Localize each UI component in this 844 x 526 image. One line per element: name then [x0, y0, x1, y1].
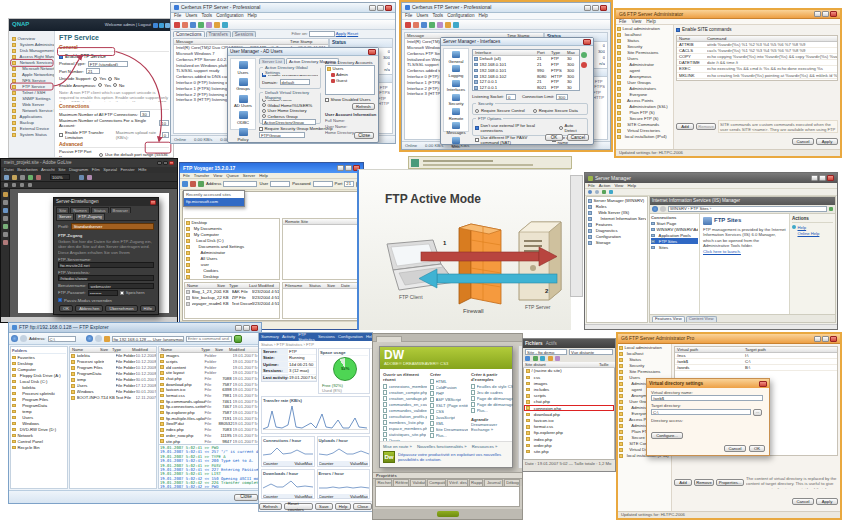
minimize-button[interactable]: [235, 325, 242, 331]
col-name[interactable]: Name: [159, 347, 201, 352]
up-input[interactable]: 0: [162, 132, 169, 138]
maximize-button[interactable]: [377, 5, 384, 11]
interface-row[interactable]: Default (all)21FTP30: [473, 56, 579, 62]
port-input[interactable]: [344, 181, 354, 187]
menu-users[interactable]: Users: [185, 13, 197, 19]
user-input[interactable]: webmaster: [88, 283, 154, 289]
help-button[interactable]: Hilfe: [140, 305, 156, 312]
col-max[interactable]: Max: [567, 50, 579, 55]
recent-item[interactable]: commandes_en_cours.php: [383, 402, 427, 408]
anon-yes-radio[interactable]: [98, 83, 102, 87]
sample-item[interactable]: Page de démarrage (Thèmes): [471, 396, 513, 402]
pasv-ip-checkbox[interactable]: [475, 138, 479, 142]
col-name[interactable]: Name: [70, 347, 100, 352]
recent-item[interactable]: statistiques_site.php: [383, 432, 427, 438]
link-tool-icon[interactable]: [3, 240, 8, 245]
close-button[interactable]: [169, 161, 174, 165]
dialog-close-button[interactable]: [759, 381, 767, 387]
limit-checkbox[interactable]: [59, 133, 63, 137]
menu-item[interactable]: Queue: [226, 173, 239, 178]
menu-view[interactable]: View: [631, 19, 641, 25]
col-filename[interactable]: Filename: [283, 283, 309, 288]
directory-input[interactable]: /httpdocs/www: [58, 275, 154, 281]
close-button[interactable]: [600, 5, 607, 11]
back-circle-icon[interactable]: [11, 335, 18, 342]
menu-tools[interactable]: Tools: [201, 13, 212, 19]
col-status[interactable]: Status: [309, 283, 327, 288]
dialog-close-button[interactable]: [150, 200, 156, 205]
italic-icon[interactable]: [20, 183, 24, 187]
save-password-checkbox[interactable]: [120, 291, 124, 295]
remote-file-row[interactable]: download.phpFile758719.01.2007 5:02:06: [159, 381, 259, 387]
sample-item[interactable]: Page de démarrage (De base): [471, 402, 513, 408]
add-button[interactable]: Add: [676, 123, 694, 130]
unicode-no-radio[interactable]: [108, 77, 112, 81]
remote-file-row[interactable]: order_now.phpFile1119519.01.2007 5:02:06: [159, 433, 259, 439]
col-timestamp[interactable]: Time Stamp: [290, 39, 328, 44]
command-input[interactable]: [186, 336, 232, 342]
show-disabled-checkbox[interactable]: [325, 98, 329, 102]
require-group-checkbox[interactable]: [259, 127, 263, 131]
nav-link[interactable]: Activity: [282, 334, 295, 339]
connect-plug-icon[interactable]: [104, 336, 110, 342]
tree-item[interactable]: Recycle Bin: [12, 444, 66, 450]
connlimit-input[interactable]: 300: [556, 94, 568, 100]
restart-icon[interactable]: [159, 23, 164, 28]
filter-apply-link[interactable]: Apply: [336, 31, 346, 36]
align-icon[interactable]: [4, 183, 8, 187]
col-command[interactable]: Command: [707, 36, 837, 41]
text-tool-icon[interactable]: [3, 200, 8, 205]
users-icon[interactable]: [190, 22, 196, 28]
domain-input[interactable]: default: [280, 79, 310, 85]
tree-item[interactable]: Floppy Disk Drive (A:): [12, 372, 66, 378]
results-tab[interactable]: Validation: [410, 479, 426, 485]
assets-tab[interactable]: Actifs: [546, 341, 557, 347]
footer-button[interactable]: Refresh: [259, 503, 282, 510]
enable-site-commands-checkbox[interactable]: [676, 28, 680, 32]
sidebar-item[interactable]: System Status: [9, 132, 54, 138]
recent-item[interactable]: espace_membres.php: [383, 426, 427, 432]
forward-icon[interactable]: [595, 190, 599, 194]
recent-item[interactable]: membres_liste.php: [383, 420, 427, 426]
help-icon[interactable]: [609, 190, 613, 194]
disconnect-icon[interactable]: [190, 181, 196, 187]
unicode-yes-radio[interactable]: [93, 77, 97, 81]
minimize-button[interactable]: [337, 165, 344, 171]
remote-file-row[interactable]: index.phpFile708319.01.2007 5:02:06: [159, 427, 259, 433]
properties-tab[interactable]: Propriétés: [376, 473, 397, 478]
interface-row[interactable]: 192.168.0.101990FTPS300: [473, 68, 579, 74]
col-message[interactable]: Message: [174, 39, 290, 44]
dialog-tab[interactable]: Server: [56, 213, 74, 219]
maximize-button[interactable]: [592, 5, 599, 11]
footer-button[interactable]: Close: [353, 503, 372, 510]
radio[interactable]: [262, 114, 266, 118]
cancel-button[interactable]: Abbrechen: [75, 305, 103, 312]
recent-item[interactable]: creation_compte.php: [383, 390, 427, 396]
protocol-select[interactable]: FTP (standard): [88, 61, 128, 67]
results-tab[interactable]: Vérif. des liens: [447, 479, 468, 485]
maximize-button[interactable]: [345, 165, 352, 171]
remote-forward-circle-icon[interactable]: [95, 335, 102, 342]
delete-icon[interactable]: [413, 22, 419, 28]
resources-link[interactable]: Ressources »: [472, 444, 498, 449]
nav-link[interactable]: FTP Statistics: [298, 332, 315, 342]
results-tab[interactable]: Recherche: [375, 479, 392, 485]
range-default-radio[interactable]: [99, 153, 103, 157]
close-button[interactable]: [830, 336, 837, 342]
sample-item[interactable]: Feuilles de style CSS: [471, 384, 513, 390]
apply-button[interactable]: Apply: [816, 498, 838, 505]
menu-users[interactable]: Users: [416, 13, 428, 19]
apply-button[interactable]: Übernehmen: [105, 305, 137, 312]
remove-button[interactable]: Remove: [694, 479, 714, 486]
zoom-combo[interactable]: 100%: [50, 174, 70, 180]
settings-icon[interactable]: [206, 22, 212, 28]
remote-file-row[interactable]: format.cssFile798119.01.2007 5:02:06: [159, 393, 259, 399]
col-size[interactable]: Size: [327, 283, 341, 288]
close-button[interactable]: Close: [234, 494, 258, 501]
refresh-icon[interactable]: [198, 181, 204, 187]
col-name[interactable]: Name: [677, 36, 707, 41]
getting-started-link[interactable]: Mise en route »: [383, 444, 412, 449]
address-input[interactable]: C:\: [48, 336, 76, 342]
nav-item[interactable]: Interfaces: [444, 80, 468, 93]
file-row[interactable]: Site_backup_2_2.zip2 KBZIP File3/23/2004…: [185, 295, 279, 301]
